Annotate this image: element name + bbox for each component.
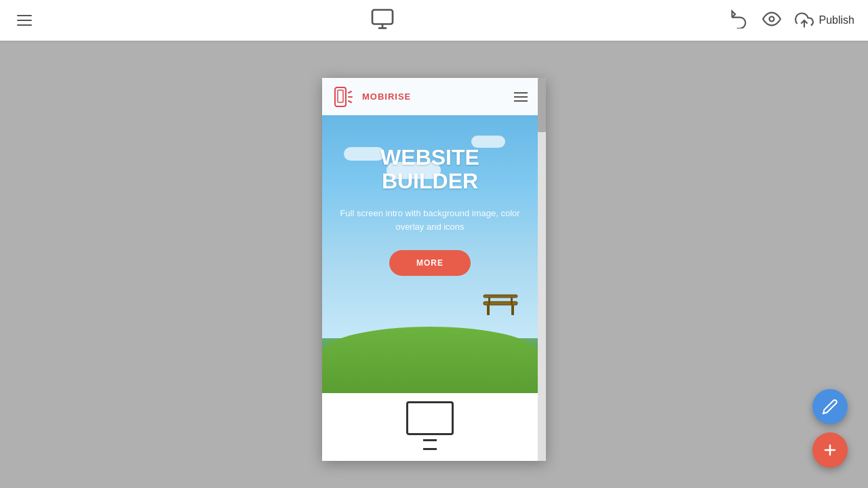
svg-rect-0 xyxy=(372,10,393,24)
svg-rect-10 xyxy=(511,298,513,304)
plus-icon xyxy=(822,442,838,458)
preview-nav-hamburger[interactable] xyxy=(514,92,528,102)
preview-hero-title: WEBSITE BUILDER xyxy=(336,146,524,193)
edit-fab-button[interactable] xyxy=(812,389,848,424)
preview-navbar: MOBIRISE xyxy=(322,78,538,115)
preview-hero-subtitle: Full screen intro with background image,… xyxy=(336,207,524,233)
toolbar-right: Publish xyxy=(730,9,854,31)
svg-line-13 xyxy=(349,92,351,93)
svg-rect-9 xyxy=(488,298,490,304)
publish-button[interactable]: Publish xyxy=(795,11,854,30)
svg-line-15 xyxy=(349,101,351,102)
preview-button[interactable] xyxy=(762,9,781,31)
svg-rect-8 xyxy=(511,305,514,315)
frame-scrollbar[interactable] xyxy=(538,78,546,461)
toolbar-left xyxy=(14,12,35,29)
svg-rect-7 xyxy=(487,305,490,315)
preview-monitor-outline xyxy=(406,401,454,435)
preview-logo: MOBIRISE xyxy=(332,85,411,109)
preview-logo-text: MOBIRISE xyxy=(362,92,411,102)
publish-label: Publish xyxy=(819,14,854,26)
menu-button[interactable] xyxy=(14,12,35,29)
bench-illustration xyxy=(480,291,514,315)
frame-scrollbar-thumb[interactable] xyxy=(538,78,546,132)
monitor-icon[interactable] xyxy=(370,7,395,34)
mobirise-logo-icon xyxy=(332,85,357,109)
svg-point-3 xyxy=(769,17,774,22)
svg-rect-6 xyxy=(484,295,517,298)
pencil-icon xyxy=(822,399,838,415)
fab-container xyxy=(812,389,848,468)
preview-hero-content: WEBSITE BUILDER Full screen intro with b… xyxy=(322,146,538,276)
preview-bottom-section xyxy=(322,393,538,461)
undo-button[interactable] xyxy=(730,9,749,31)
preview-more-button[interactable]: MORE xyxy=(389,250,471,276)
toolbar-center xyxy=(370,7,395,34)
svg-rect-12 xyxy=(338,90,343,102)
canvas: WEBSITE BUILDER Full screen intro with b… xyxy=(0,41,868,488)
mobile-preview-frame: WEBSITE BUILDER Full screen intro with b… xyxy=(322,78,546,461)
toolbar: Publish xyxy=(0,0,868,41)
add-fab-button[interactable] xyxy=(812,432,848,468)
